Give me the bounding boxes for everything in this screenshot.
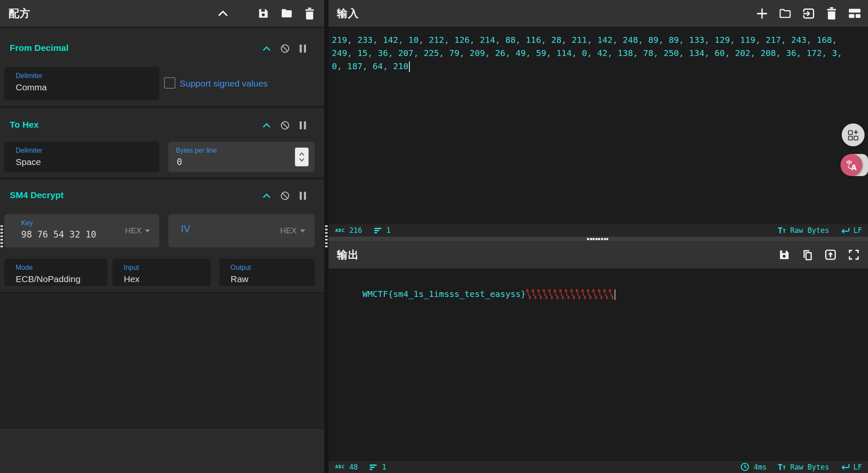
arg-label: Output xyxy=(231,264,251,271)
delimiter-select[interactable]: Delimiter Space xyxy=(4,142,159,172)
text-encoding-icon: TT xyxy=(778,464,786,470)
control-char-dle: DLE xyxy=(554,289,559,300)
arg-label: Mode xyxy=(16,264,33,271)
arg-value: Hex xyxy=(124,274,139,284)
add-input-tab-button[interactable] xyxy=(756,8,768,20)
control-char-dle: DLE xyxy=(548,289,554,300)
load-recipe-button[interactable] xyxy=(281,8,292,18)
bake-time-value: 4ms xyxy=(754,463,767,471)
output-text[interactable]: WMCTF{sm4_1s_1imsss_test_easyss}DLEDLEDL… xyxy=(328,269,868,460)
trash-icon xyxy=(304,8,315,20)
open-file-button[interactable] xyxy=(779,8,791,19)
arg-label: Key xyxy=(21,219,33,227)
clock-icon xyxy=(740,462,749,471)
operation-name: To Hex xyxy=(10,120,39,130)
splitter-dots-handle[interactable] xyxy=(587,238,608,240)
input-eol-value: LF xyxy=(854,226,862,235)
move-output-to-input-button[interactable] xyxy=(824,249,837,261)
input-line: 0, 187, 64, 210 xyxy=(332,60,865,73)
mode-select[interactable]: Mode ECB/NoPadding xyxy=(4,259,107,286)
input-text[interactable]: 219, 233, 142, 10, 212, 126, 214, 88, 11… xyxy=(328,28,868,224)
maximize-output-button[interactable] xyxy=(848,249,860,260)
arg-label: Input xyxy=(124,264,139,271)
collapse-recipe-button[interactable] xyxy=(218,10,228,17)
copy-output-button[interactable] xyxy=(801,249,813,261)
output-cursor xyxy=(615,289,615,300)
return-icon xyxy=(840,227,850,234)
number-stepper[interactable] xyxy=(295,148,309,166)
browser-extension-button[interactable] xyxy=(842,123,865,146)
clear-input-button[interactable] xyxy=(826,7,837,20)
control-char-dle: DLE xyxy=(587,289,592,300)
output-eol-select[interactable]: LF xyxy=(840,463,862,471)
copy-icon xyxy=(801,249,813,261)
recipe-header: 配方 xyxy=(0,0,324,28)
collapse-op-icon[interactable] xyxy=(262,46,271,51)
operation-to-hex[interactable]: To Hex Delimiter Space Bytes per line 0 xyxy=(0,109,324,179)
operation-name: From Decimal xyxy=(10,43,69,53)
save-recipe-button[interactable] xyxy=(258,8,269,19)
open-folder-as-input-button[interactable] xyxy=(802,7,815,20)
iv-field[interactable]: IV HEX xyxy=(168,214,314,247)
pause-icon[interactable] xyxy=(299,191,306,200)
layout-icon xyxy=(848,8,861,19)
recipe-controls: STEP BAKE! ✓ 自动烘焙 xyxy=(0,428,324,473)
key-field[interactable]: Key 98 76 54 32 10 HEX xyxy=(4,214,159,247)
open-input-icon xyxy=(802,7,815,20)
pause-icon[interactable] xyxy=(299,44,306,53)
text-encoding-icon: TT xyxy=(778,227,786,234)
output-format-select[interactable]: Output Raw xyxy=(219,259,315,286)
collapse-op-icon[interactable] xyxy=(262,193,271,199)
char-count-icon: ABC xyxy=(335,464,345,470)
output-encoding-select[interactable]: TT Raw Bytes xyxy=(778,463,829,471)
control-char-dle: DLE xyxy=(598,289,603,300)
disable-icon[interactable] xyxy=(280,44,290,53)
operation-name: SM4 Decrypt xyxy=(10,190,64,200)
lines-icon xyxy=(374,227,382,234)
pause-icon[interactable] xyxy=(299,121,306,130)
disable-icon[interactable] xyxy=(280,191,290,201)
arg-value: Space xyxy=(16,157,41,167)
io-splitter[interactable] xyxy=(328,237,868,241)
io-panel: 输入 xyxy=(328,0,868,473)
operation-from-decimal[interactable]: From Decimal Delimiter Comma Support sig… xyxy=(0,28,324,107)
clear-recipe-button[interactable] xyxy=(304,8,315,20)
control-char-dle: DLE xyxy=(603,289,609,300)
input-line: 219, 233, 142, 10, 212, 126, 214, 88, 11… xyxy=(332,34,865,47)
control-char-dle: DLE xyxy=(537,289,542,300)
arg-label: Delimiter xyxy=(16,72,42,80)
bytes-per-line-field[interactable]: Bytes per line 0 xyxy=(168,142,314,172)
save-output-button[interactable] xyxy=(779,249,790,260)
save-icon xyxy=(779,249,790,260)
key-type-select[interactable]: HEX xyxy=(125,226,150,235)
recipe-io-splitter[interactable] xyxy=(324,0,328,473)
input-line: 249, 15, 36, 207, 225, 79, 209, 26, 49, … xyxy=(332,47,865,60)
input-char-count: 216 xyxy=(349,226,362,235)
signed-values-checkbox[interactable] xyxy=(164,77,175,89)
disable-icon[interactable] xyxy=(280,120,290,130)
splitter-dots-handle[interactable] xyxy=(325,225,328,249)
chevron-down-icon xyxy=(300,230,305,232)
translate-button[interactable]: 中 A xyxy=(840,154,862,176)
input-eol-select[interactable]: LF xyxy=(840,226,862,235)
arg-value: ECB/NoPadding xyxy=(16,274,81,284)
delimiter-select[interactable]: Delimiter Comma xyxy=(4,67,159,100)
input-format-select[interactable]: Input Hex xyxy=(112,259,211,286)
lines-icon xyxy=(370,464,378,470)
change-layout-button[interactable] xyxy=(848,8,861,19)
input-title: 输入 xyxy=(337,6,359,20)
recipe-panel: 配方 From Decimal xyxy=(0,0,324,473)
input-cursor xyxy=(409,62,410,72)
char-count-icon: ABC xyxy=(335,228,345,233)
iv-type-select[interactable]: HEX xyxy=(280,226,305,235)
control-char-dle: DLE xyxy=(592,289,598,300)
cyberchef-app: 配方 From Decimal xyxy=(0,0,868,473)
collapse-op-icon[interactable] xyxy=(262,123,271,128)
operations-splitter-handle[interactable] xyxy=(0,225,3,249)
input-encoding-select[interactable]: TT Raw Bytes xyxy=(778,226,829,235)
operation-sm4-decrypt[interactable]: SM4 Decrypt Key 98 76 54 32 10 HEX IV HE… xyxy=(0,180,324,293)
folder-icon xyxy=(281,8,292,18)
control-char-dle: DLE xyxy=(526,289,531,300)
chevron-up-icon xyxy=(219,11,227,15)
return-icon xyxy=(840,463,850,470)
